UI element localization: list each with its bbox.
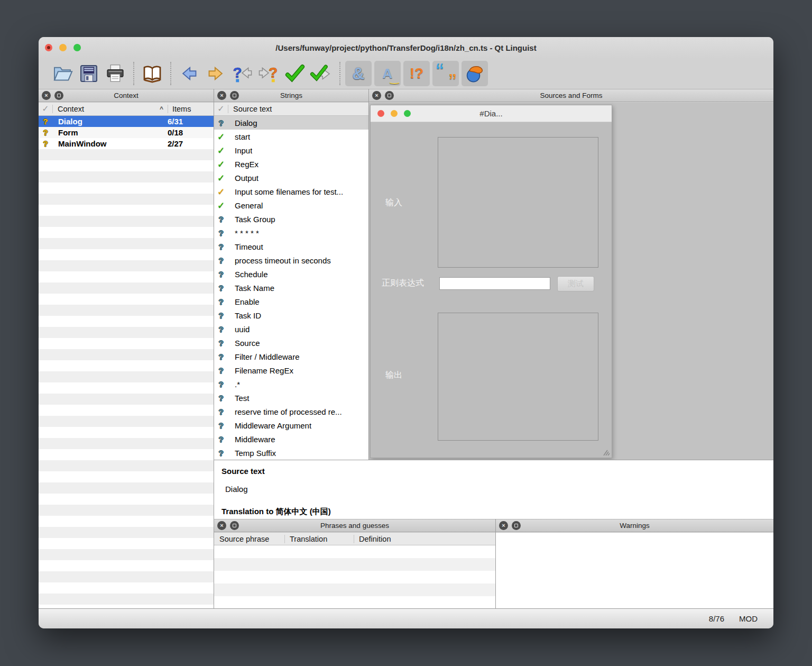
phrasebook-button[interactable] (139, 61, 165, 86)
string-row[interactable]: ?uuid (214, 322, 368, 336)
zoom-window-button[interactable] (73, 44, 81, 51)
string-row[interactable]: ?Enable (214, 295, 368, 308)
string-row[interactable]: ?Task ID (214, 308, 368, 322)
regex-input[interactable] (439, 277, 550, 290)
unfinished-question-icon: ? (214, 312, 228, 320)
context-list-empty-area[interactable] (39, 149, 214, 608)
source-text-column-label[interactable]: Source text (228, 105, 272, 113)
warnings-dock-header: Warnings × (496, 519, 773, 532)
string-row[interactable]: ?Middleware Argument (214, 418, 368, 432)
string-row[interactable]: ?Test (214, 391, 368, 405)
done-check-icon: ✓ (214, 160, 228, 169)
string-source-text: Task Name (228, 284, 274, 293)
string-source-text: Task Group (228, 215, 275, 224)
phrases-column-label[interactable]: Translation (285, 535, 354, 543)
place-markers-toggle[interactable] (462, 61, 488, 86)
qt-linguist-window: /Users/funway/project/python/TransferDog… (39, 37, 773, 628)
prev-button[interactable] (176, 61, 202, 86)
translation-to-label: Translation to 简体中文 (中国) (222, 507, 331, 517)
string-row[interactable]: ?Source (214, 336, 368, 350)
phrases-column-label[interactable]: Definition (354, 535, 495, 543)
string-row[interactable]: ✓start (214, 130, 368, 143)
string-row[interactable]: ?reserve time of processed re... (214, 405, 368, 418)
done-and-next-button[interactable] (308, 61, 335, 86)
close-dock-icon[interactable]: × (217, 521, 226, 530)
close-dock-icon[interactable]: × (42, 91, 51, 100)
close-dock-icon[interactable]: × (499, 521, 508, 530)
strings-column-header[interactable]: ✓ Source text (214, 103, 368, 116)
unfinished-question-icon: ? (39, 117, 52, 125)
source-text-value: Dialog (225, 485, 248, 494)
warnings-body (496, 533, 773, 608)
string-row[interactable]: ?Filter / Middleware (214, 350, 368, 363)
phrases-list-empty-area[interactable] (214, 545, 495, 608)
unfinished-question-icon: ? (214, 353, 228, 361)
string-row[interactable]: ?Task Name (214, 281, 368, 295)
float-dock-icon[interactable] (230, 521, 239, 530)
print-button[interactable] (102, 61, 128, 86)
string-row[interactable]: ?Temp Suffix (214, 446, 368, 460)
sources-dock-title: Sources and Forms (369, 92, 773, 99)
string-row[interactable]: ✓General (214, 198, 368, 212)
context-row[interactable]: ?Dialog6/31 (39, 116, 214, 127)
close-window-button[interactable] (45, 44, 52, 51)
prev-unfinished-button[interactable]: ? (229, 61, 255, 86)
minimize-window-button[interactable] (59, 44, 67, 51)
unfinished-question-icon: ? (214, 257, 228, 264)
string-row[interactable]: ✓RegEx (214, 157, 368, 171)
items-column-label[interactable]: Items (168, 105, 214, 113)
string-row[interactable]: ✓Output (214, 171, 368, 185)
close-dock-icon[interactable]: × (372, 91, 381, 100)
next-unfinished-button[interactable]: ? (255, 61, 282, 86)
unfinished-question-icon: ? (214, 380, 228, 388)
string-row[interactable]: ?Filename RegEx (214, 363, 368, 377)
unfinished-question-icon: ? (214, 270, 228, 278)
string-source-text: Dialog (228, 118, 257, 127)
string-row[interactable]: ?Schedule (214, 267, 368, 281)
string-row[interactable]: ?Task Group (214, 212, 368, 226)
done-check-icon: ✓ (214, 174, 228, 183)
next-button[interactable] (202, 61, 229, 86)
string-row[interactable]: ?process timeout in seconds (214, 253, 368, 267)
unfinished-question-icon: ? (214, 408, 228, 416)
context-row[interactable]: ?Form0/18 (39, 127, 214, 138)
string-row[interactable]: ✓Input some filenames for test... (214, 185, 368, 198)
string-source-text: Input (228, 146, 252, 155)
accelerators-toggle[interactable]: & (345, 61, 372, 86)
toolbar-separator (339, 62, 340, 85)
surrounding-whitespace-toggle[interactable]: A‿ (374, 61, 401, 86)
toolbar-separator (133, 62, 134, 85)
string-row[interactable]: ✓Input (214, 143, 368, 157)
string-row[interactable]: ?Timeout (214, 240, 368, 253)
string-row[interactable]: ?Dialog (214, 116, 368, 130)
status-bar: 8/76 MOD (39, 608, 773, 628)
float-dock-icon[interactable] (512, 521, 521, 530)
string-row[interactable]: ?Middleware (214, 432, 368, 446)
mod-indicator: MOD (739, 614, 758, 623)
titlebar[interactable]: /Users/funway/project/python/TransferDog… (39, 37, 773, 58)
context-column-header[interactable]: ✓ Context ^ Items (39, 103, 214, 116)
phrases-column-label[interactable]: Source phrase (214, 535, 284, 543)
save-button[interactable] (76, 61, 102, 86)
float-dock-icon[interactable] (230, 91, 239, 100)
checkmark-column-icon: ✓ (39, 105, 52, 113)
context-row[interactable]: ?MainWindow2/27 (39, 138, 214, 149)
ending-punctuation-toggle[interactable]: !? (403, 61, 430, 86)
float-dock-icon[interactable] (54, 91, 63, 100)
phrase-matches-toggle[interactable]: “” (432, 61, 459, 86)
context-items-count: 6/31 (168, 117, 214, 126)
open-button[interactable] (49, 61, 76, 86)
done-button[interactable] (282, 61, 308, 86)
progress-counter: 8/76 (709, 614, 724, 623)
string-row[interactable]: ?* * * * * (214, 226, 368, 240)
phrases-column-header[interactable]: Source phraseTranslationDefinition (214, 533, 495, 545)
close-dock-icon[interactable]: × (217, 91, 226, 100)
float-dock-icon[interactable] (385, 91, 394, 100)
done-check-icon: ✓ (214, 132, 228, 141)
next-arrow-icon (206, 63, 226, 84)
resize-grip-icon[interactable] (602, 449, 610, 456)
test-button: 测试 (557, 276, 594, 291)
string-row[interactable]: ?.* (214, 377, 368, 391)
unfinished-question-icon: ? (214, 367, 228, 375)
unfinished-question-icon: ? (214, 394, 228, 402)
